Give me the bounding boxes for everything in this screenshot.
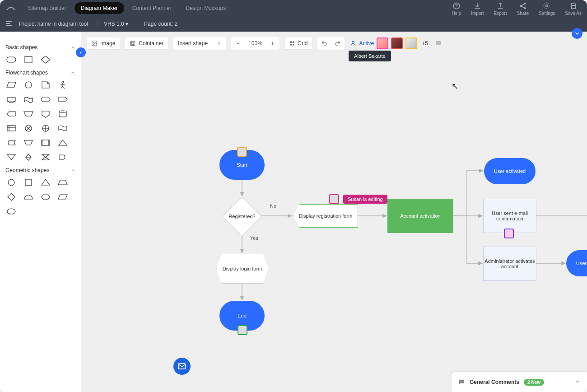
canvas[interactable]: ‹ Image Cointainer Insert shape + − 100%… [81,32,587,392]
group-flowchart-shapes[interactable]: Flowchart shapes [5,70,76,76]
svg-point-20 [59,111,66,112]
collab-marker-2[interactable] [329,194,339,204]
insert-image-button[interactable]: Image [87,37,120,49]
node-registered-decision[interactable]: Registered? [223,197,261,236]
settings-button[interactable]: Settings [539,2,555,16]
shape-manual-input[interactable] [23,138,34,147]
group-basic-shapes[interactable]: Basic shapes [5,44,76,51]
shape-triangle-down[interactable] [5,153,17,162]
project-name[interactable]: Project name in diagram tool [19,21,88,27]
import-button[interactable]: Import [471,2,484,16]
avatar-more[interactable]: +5 [422,40,428,47]
svg-marker-35 [7,154,15,160]
collapse-sidebar-button[interactable]: ‹ [76,47,86,57]
shape-stored-data[interactable] [5,138,17,147]
tab-sitemap-builder[interactable]: Sitemap Builder [22,2,73,14]
zoom-out-button[interactable]: − [231,37,245,50]
avatar-1[interactable] [377,37,388,49]
grid-toggle-button[interactable]: Grid [285,37,312,49]
shape-circle[interactable] [23,80,34,89]
shape-geo-semicircle[interactable] [23,192,34,201]
collaborators: Active +5 [350,37,442,49]
save-as-button[interactable]: Save As [565,2,582,16]
message-fab[interactable] [173,358,191,375]
canvas-toolbar: Image Cointainer Insert shape + − 100% +… [87,37,443,50]
insert-container-button[interactable]: Cointainer [125,37,168,49]
tab-content-planner[interactable]: Content Planner [126,2,178,14]
shape-trapezoid2[interactable] [23,109,34,118]
comments-bar[interactable]: General Comments 2 New [452,372,587,392]
avatar-2[interactable] [391,37,403,49]
svg-line-16 [61,86,63,89]
redo-button[interactable] [331,37,345,50]
comment-icon[interactable] [434,39,443,47]
share-button[interactable]: Share [517,2,529,16]
shape-geo-ellipse[interactable] [5,207,17,216]
shape-geo-square[interactable] [23,178,34,187]
shape-stickman[interactable] [57,80,69,89]
shape-geo-parallelogram[interactable] [57,192,69,201]
node-login-form[interactable]: Display login form [216,254,268,284]
svg-rect-21 [7,126,15,131]
collab-marker-4[interactable] [238,325,247,335]
node-user-activated-1[interactable]: User activated [484,158,536,184]
node-registration-form[interactable]: Display registration form [293,204,358,228]
svg-marker-19 [24,112,33,116]
tab-design-mockups[interactable]: Design Mockups [179,2,232,14]
collab-marker-3[interactable] [504,229,514,238]
shape-rect[interactable] [23,55,34,64]
svg-marker-41 [42,179,50,185]
undo-button[interactable] [317,37,331,50]
menu-icon[interactable] [5,20,13,28]
version-dropdown[interactable]: VRS 1.0 ▾ [104,21,128,27]
history-group [317,37,345,50]
tab-diagram-maker[interactable]: Diagram Maker [75,2,124,14]
node-email-confirmation[interactable]: User sent e-mail confirmation [483,199,536,233]
avatar-3[interactable] [405,37,417,49]
comments-new-badge: 2 New [524,379,544,386]
shape-offpage[interactable] [40,109,51,118]
shape-wave[interactable] [57,124,69,133]
shape-geo-trapezoid[interactable] [57,178,69,187]
expand-comments-icon[interactable] [574,378,581,386]
zoom-in-button[interactable]: + [266,37,280,50]
export-button[interactable]: Export [494,2,507,16]
app-logo[interactable] [5,3,16,14]
svg-marker-18 [41,97,50,102]
shape-tape[interactable] [23,95,34,104]
dropdown-badge[interactable] [572,28,582,39]
node-admin-activates[interactable]: Administrator activates account [483,247,536,281]
node-account-activation[interactable]: Account activation [387,199,453,233]
shape-rounded-rect[interactable] [5,55,17,64]
shape-sort[interactable] [23,153,34,162]
insert-shape-button[interactable]: Insert shape [173,37,212,49]
shape-arrow-left[interactable] [5,109,17,118]
shape-delay[interactable] [57,153,69,162]
shape-pentagon[interactable] [40,95,51,104]
shape-geo-hexagon[interactable] [40,192,51,201]
shape-collate[interactable] [40,153,51,162]
shape-internal-storage[interactable] [5,124,17,133]
shape-geo-circle[interactable] [5,178,17,187]
shape-cylinder[interactable] [57,109,69,118]
svg-point-2 [520,5,522,7]
shape-circle-plus[interactable] [40,124,51,133]
shape-diamond[interactable] [40,55,51,64]
collab-marker-1[interactable] [237,147,247,157]
shape-document[interactable] [40,80,51,89]
shape-circle-x[interactable] [23,124,34,133]
svg-point-55 [352,41,354,43]
shape-display[interactable] [5,95,17,104]
shape-geo-diamond[interactable] [5,192,17,201]
shape-geo-triangle[interactable] [40,178,51,187]
svg-point-39 [8,179,14,186]
shape-triangle[interactable] [57,138,69,147]
group-geometric-shapes[interactable]: Geometric shapes [5,167,76,173]
node-user-activated-2[interactable]: User activated [566,250,587,276]
svg-rect-52 [293,42,294,43]
shape-predefined[interactable] [40,138,51,147]
shape-parallelogram[interactable] [5,80,17,89]
shape-arrow-right[interactable] [57,95,69,104]
add-shape-icon[interactable]: + [212,37,226,50]
help-button[interactable]: Help [452,2,461,16]
